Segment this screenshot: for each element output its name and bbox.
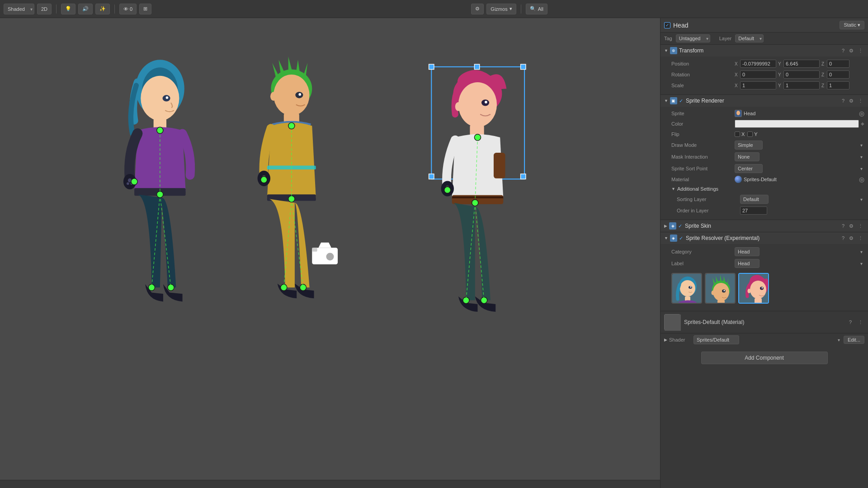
color-field[interactable] [735, 120, 859, 128]
shader-dropdown[interactable]: Sprites/Default [693, 335, 739, 344]
scale-y-input[interactable] [783, 81, 820, 89]
rot-z-input[interactable] [827, 70, 849, 79]
mask-interaction-dropdown[interactable]: None [735, 152, 760, 161]
shader-edit-btn[interactable]: Edit... [844, 336, 864, 344]
shading-mode-dropdown[interactable]: Shaded [4, 4, 34, 14]
sprite-thumb-pink[interactable] [738, 273, 769, 304]
gizmos-btn[interactable]: Gizmos ▾ [486, 4, 516, 14]
layer-dropdown-wrapper[interactable]: Default [735, 34, 764, 42]
inspector-panel: ✓ Head Static ▾ Tag Untagged Layer Defau… [660, 18, 868, 488]
sprite-resolver-header[interactable]: ▼ ◈ ✓ Sprite Resolver (Experimental) ? ⚙… [660, 232, 868, 244]
sorting-layer-dropdown[interactable]: Default [740, 195, 769, 204]
mask-interaction-dropdown-wrapper[interactable]: None [735, 152, 864, 161]
rot-y-input[interactable] [783, 70, 820, 79]
sprite-skin-more-btn[interactable]: ⋮ [857, 223, 864, 229]
material-expand-arrow[interactable]: ▶ [664, 338, 667, 342]
transform-name: Transform [679, 47, 839, 54]
sprite-skin-icon: ◈ [669, 222, 676, 230]
tag-dropdown[interactable]: Untagged [676, 34, 710, 42]
sprite-resolver-settings-btn[interactable]: ⚙ [848, 235, 855, 241]
pos-x-input[interactable] [740, 60, 776, 68]
separator-2 [114, 5, 115, 14]
draw-mode-dropdown[interactable]: Simple [735, 141, 763, 150]
sprite-sort-point-dropdown[interactable]: Center [735, 164, 763, 173]
sprite-renderer-more-btn[interactable]: ⋮ [857, 98, 864, 104]
inspector-scroll-area[interactable]: ▼ ⊕ Transform ? ⚙ ⋮ Position [660, 45, 868, 488]
flip-y-checkbox[interactable] [747, 131, 753, 137]
transform-more-btn[interactable]: ⋮ [857, 48, 864, 54]
flip-options: X Y [735, 131, 758, 137]
material-more-btn[interactable]: ⋮ [857, 319, 864, 325]
object-header: ✓ Head Static ▾ [660, 18, 868, 33]
additional-settings-header[interactable]: ▼ Additional Settings [671, 184, 864, 193]
sprite-sort-point-dropdown-wrapper[interactable]: Center [735, 164, 864, 173]
scene-view[interactable] [0, 18, 660, 488]
object-active-checkbox[interactable]: ✓ [664, 22, 670, 28]
tag-dropdown-wrapper[interactable]: Untagged [676, 34, 710, 42]
separator-3 [521, 5, 521, 14]
svg-rect-45 [429, 174, 434, 179]
color-eyedropper-btn[interactable]: ⌖ [861, 120, 864, 128]
sprite-resolver-icon: ◈ [670, 235, 677, 242]
shading-mode-wrapper[interactable]: Shaded [4, 4, 34, 14]
sprite-resolver-section: ▼ ◈ ✓ Sprite Resolver (Experimental) ? ⚙… [660, 232, 868, 311]
order-in-layer-input[interactable] [740, 206, 767, 215]
effects-icon-btn[interactable]: ✨ [95, 4, 110, 14]
material-section-name: Sprites-Default (Material) [684, 319, 844, 325]
material-help-btn[interactable]: ? [848, 319, 853, 325]
transform-settings-btn[interactable]: ⚙ [848, 48, 855, 54]
scale-z-input[interactable] [827, 81, 849, 89]
pos-x-label: X [735, 61, 739, 66]
transform-header[interactable]: ▼ ⊕ Transform ? ⚙ ⋮ [660, 45, 868, 56]
add-component-btn[interactable]: Add Component [701, 352, 828, 364]
scene-settings-btn[interactable]: ⚙ [471, 4, 484, 14]
grid-btn[interactable]: ⊞ [139, 4, 151, 14]
sprite-skin-header[interactable]: ▶ ◈ ✓ Sprite Skin ? ⚙ ⋮ [660, 220, 868, 232]
rot-z-item: Z [821, 70, 849, 79]
label-dropdown[interactable]: Head [735, 259, 760, 268]
2d-mode-btn[interactable]: 2D [37, 4, 52, 14]
sprite-renderer-help-btn[interactable]: ? [840, 98, 846, 104]
sprite-renderer-settings-btn[interactable]: ⚙ [848, 98, 855, 104]
all-btn[interactable]: 🔍 All [526, 4, 547, 14]
add-component-section: Add Component [660, 346, 868, 370]
scale-x-input[interactable] [740, 81, 776, 89]
svg-rect-47 [474, 64, 479, 69]
hidden-layers-btn[interactable]: 👁 0 [119, 4, 137, 14]
sprite-skin-help-btn[interactable]: ? [840, 223, 846, 229]
svg-point-88 [750, 281, 766, 299]
category-dropdown[interactable]: Head [735, 247, 760, 256]
sorting-layer-dropdown-wrapper[interactable]: Default [740, 195, 864, 204]
draw-mode-dropdown-wrapper[interactable]: Simple [735, 141, 864, 150]
label-label: Label [671, 261, 735, 266]
material-section: Sprites-Default (Material) ? ⋮ [660, 311, 868, 333]
shader-dropdown-wrapper[interactable]: Sprites/Default [693, 335, 842, 344]
transform-section: ▼ ⊕ Transform ? ⚙ ⋮ Position [660, 45, 868, 95]
pos-z-input[interactable] [827, 60, 849, 68]
svg-point-13 [131, 178, 137, 185]
svg-point-23 [298, 93, 301, 96]
sprite-thumb-green[interactable] [705, 273, 736, 304]
transform-expand-arrow: ▼ [664, 48, 668, 53]
static-dropdown-btn[interactable]: Static ▾ [840, 21, 864, 29]
sprite-resolver-more-btn[interactable]: ⋮ [857, 235, 864, 241]
flip-x-checkbox[interactable] [735, 131, 740, 137]
label-dropdown-wrapper[interactable]: Head [735, 259, 864, 268]
flip-x-label[interactable]: X [735, 131, 745, 137]
sprite-thumb-blue[interactable] [671, 273, 702, 304]
sprite-select-btn[interactable]: ◎ [859, 110, 864, 117]
pos-y-input[interactable] [783, 60, 820, 68]
layer-dropdown[interactable]: Default [735, 34, 764, 42]
flip-y-label[interactable]: Y [747, 131, 757, 137]
light-icon-btn[interactable]: 💡 [61, 4, 75, 14]
sprite-renderer-header[interactable]: ▼ ▣ ✓ Sprite Renderer ? ⚙ ⋮ [660, 95, 868, 107]
audio-icon-btn[interactable]: 🔊 [78, 4, 93, 14]
transform-help-btn[interactable]: ? [840, 48, 846, 54]
category-dropdown-wrapper[interactable]: Head [735, 247, 864, 256]
material-select-btn[interactable]: ◎ [859, 176, 864, 183]
rot-x-input[interactable] [740, 70, 776, 79]
draw-mode-row: Draw Mode Simple [671, 139, 864, 151]
sprite-resolver-help-btn[interactable]: ? [840, 235, 846, 241]
sprite-skin-settings-btn[interactable]: ⚙ [848, 223, 855, 229]
scale-row: Scale X Y Z [671, 80, 864, 91]
